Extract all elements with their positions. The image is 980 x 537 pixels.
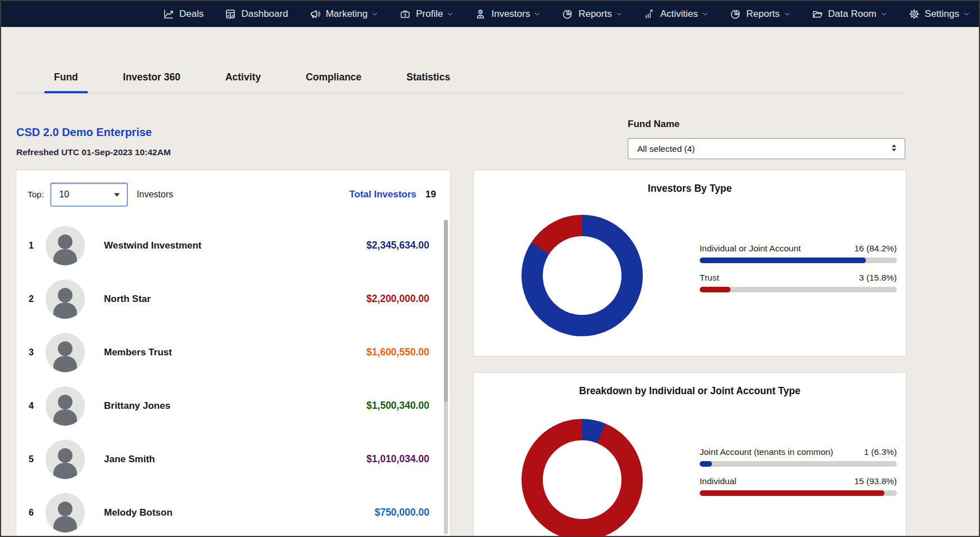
investor-row[interactable]: 5 Jane Smith $1,010,034.00 bbox=[16, 432, 450, 486]
top-investors-card: Top: 10 Investors Total Investors 19 1 W… bbox=[16, 170, 451, 537]
pie-chart-icon bbox=[562, 8, 573, 20]
updown-arrows-icon bbox=[890, 143, 898, 155]
legend-bar-track bbox=[700, 287, 897, 292]
dropdown-arrow-icon bbox=[114, 189, 120, 200]
investor-rank: 4 bbox=[29, 401, 46, 411]
tab-activity[interactable]: Activity bbox=[223, 65, 264, 93]
investor-rank: 6 bbox=[29, 508, 46, 518]
investor-row[interactable]: 1 Westwind Investment $2,345,634.00 bbox=[16, 219, 450, 272]
nav-item-activities[interactable]: Activities bbox=[644, 8, 709, 20]
nav-item-reports[interactable]: Reports bbox=[562, 8, 623, 20]
svg-text:$: $ bbox=[404, 12, 407, 17]
legend-value: 16 (84.2%) bbox=[854, 243, 897, 254]
legend-item: Trust 3 (15.8%) bbox=[700, 273, 897, 292]
nav-item-label: Marketing bbox=[326, 8, 368, 20]
avatar bbox=[46, 386, 85, 426]
top-label: Top: bbox=[28, 189, 44, 200]
chevron-down-icon bbox=[534, 11, 541, 17]
avatar bbox=[46, 440, 85, 479]
legend-label: Individual bbox=[700, 476, 737, 486]
chart-legend: Joint Account (tenants in common) 1 (6.3… bbox=[700, 447, 897, 506]
tab-fund[interactable]: Fund bbox=[51, 65, 81, 93]
investor-row[interactable]: 3 Members Trust $1,600,550.00 bbox=[16, 326, 450, 379]
investor-amount: $750,000.00 bbox=[375, 507, 429, 518]
legend-label: Individual or Joint Account bbox=[700, 243, 801, 254]
investor-amount: $2,345,634.00 bbox=[366, 240, 429, 251]
investor-row[interactable]: 2 North Star $2,200,000.00 bbox=[16, 272, 450, 326]
legend-bar-track bbox=[700, 258, 897, 263]
nav-item-label: Reports bbox=[578, 8, 612, 20]
tab-bar: Fund Investor 360 Activity Compliance St… bbox=[16, 65, 906, 93]
list-scrollbar[interactable] bbox=[444, 220, 448, 534]
nav-item-label: Activities bbox=[660, 8, 698, 20]
chevron-down-icon bbox=[371, 11, 378, 17]
nav-item-reports-2[interactable]: Reports bbox=[730, 8, 791, 20]
breakdown-by-account-type-card: Breakdown by Individual or Joint Account… bbox=[473, 372, 906, 537]
dashboard-icon bbox=[225, 8, 236, 20]
pie-chart-icon bbox=[730, 8, 741, 20]
total-investors-label[interactable]: Total Investors bbox=[349, 189, 416, 200]
fund-name-label: Fund Name bbox=[628, 119, 680, 130]
investor-name: Westwind Investment bbox=[104, 240, 202, 251]
chevron-down-icon bbox=[702, 11, 709, 17]
nav-item-dashboard[interactable]: Dashboard bbox=[225, 8, 288, 20]
nav-item-settings[interactable]: Settings bbox=[909, 8, 970, 20]
tab-compliance[interactable]: Compliance bbox=[303, 65, 364, 93]
legend-item: Individual or Joint Account 16 (84.2%) bbox=[700, 243, 897, 263]
tab-investor-360[interactable]: Investor 360 bbox=[120, 65, 183, 93]
chart-title: Breakdown by Individual or Joint Account… bbox=[474, 385, 906, 397]
legend-value: 15 (93.8%) bbox=[854, 476, 897, 486]
investor-amount: $1,500,340.00 bbox=[366, 400, 429, 412]
scrollbar-thumb[interactable] bbox=[444, 220, 448, 402]
nav-item-data-room[interactable]: Data Room bbox=[812, 8, 887, 20]
top-investors-suffix: Investors bbox=[137, 189, 173, 200]
investor-row[interactable]: 4 Brittany Jones $1,500,340.00 bbox=[16, 379, 450, 432]
legend-bar-track bbox=[700, 490, 897, 496]
investor-person-icon: $ bbox=[475, 8, 486, 20]
deals-chart-icon bbox=[163, 8, 174, 20]
legend-item: Joint Account (tenants in common) 1 (6.3… bbox=[700, 447, 897, 467]
legend-label: Trust bbox=[700, 273, 719, 283]
nav-item-profile[interactable]: $ Profile bbox=[400, 8, 453, 20]
investor-rank: 1 bbox=[29, 241, 46, 251]
avatar bbox=[46, 333, 85, 372]
legend-bar-track bbox=[700, 461, 897, 467]
investor-amount: $2,200,000.00 bbox=[366, 293, 429, 305]
nav-item-label: Reports bbox=[746, 8, 780, 20]
chart-title: Investors By Type bbox=[474, 183, 906, 195]
legend-bar-fill bbox=[700, 461, 712, 467]
investor-rank: 3 bbox=[29, 348, 46, 358]
legend-bar-fill bbox=[700, 490, 884, 496]
nav-item-label: Data Room bbox=[828, 8, 877, 20]
avatar bbox=[46, 226, 85, 265]
nav-item-label: Profile bbox=[416, 8, 443, 20]
fund-name-select[interactable]: All selected (4) bbox=[628, 138, 905, 159]
top-navbar: Deals Dashboard Marketing $ Profile $ In… bbox=[1, 1, 979, 27]
nav-item-marketing[interactable]: Marketing bbox=[310, 8, 379, 20]
chart-legend: Individual or Joint Account 16 (84.2%) T… bbox=[700, 243, 897, 302]
investor-name: Members Trust bbox=[104, 347, 172, 358]
legend-item: Individual 15 (93.8%) bbox=[700, 476, 897, 496]
top-investors-header: Top: 10 Investors Total Investors 19 bbox=[16, 170, 450, 206]
investor-rank: 5 bbox=[29, 454, 46, 464]
legend-bar-fill bbox=[700, 258, 866, 263]
investor-list: 1 Westwind Investment $2,345,634.00 2 No… bbox=[16, 219, 450, 537]
chevron-down-icon bbox=[963, 11, 970, 17]
investor-name: Melody Botson bbox=[104, 507, 173, 518]
investor-name: Jane Smith bbox=[104, 454, 155, 465]
chevron-down-icon bbox=[881, 11, 887, 17]
investor-rank: 2 bbox=[29, 294, 46, 304]
top-count-value: 10 bbox=[59, 189, 69, 200]
nav-item-investors[interactable]: $ Investors bbox=[475, 8, 541, 20]
investors-by-type-donut bbox=[521, 215, 643, 336]
investor-row[interactable]: 6 Melody Botson $750,000.00 bbox=[16, 486, 450, 537]
chevron-down-icon bbox=[447, 11, 453, 17]
tab-statistics[interactable]: Statistics bbox=[403, 65, 453, 93]
chevron-down-icon bbox=[784, 11, 791, 17]
top-count-select[interactable]: 10 bbox=[51, 183, 128, 206]
bar-chart-icon bbox=[644, 8, 655, 20]
fund-title-link[interactable]: CSD 2.0 Demo Enterprise bbox=[16, 126, 152, 139]
svg-text:$: $ bbox=[480, 10, 482, 13]
nav-item-deals[interactable]: Deals bbox=[163, 8, 203, 20]
investor-amount: $1,600,550.00 bbox=[366, 346, 429, 358]
